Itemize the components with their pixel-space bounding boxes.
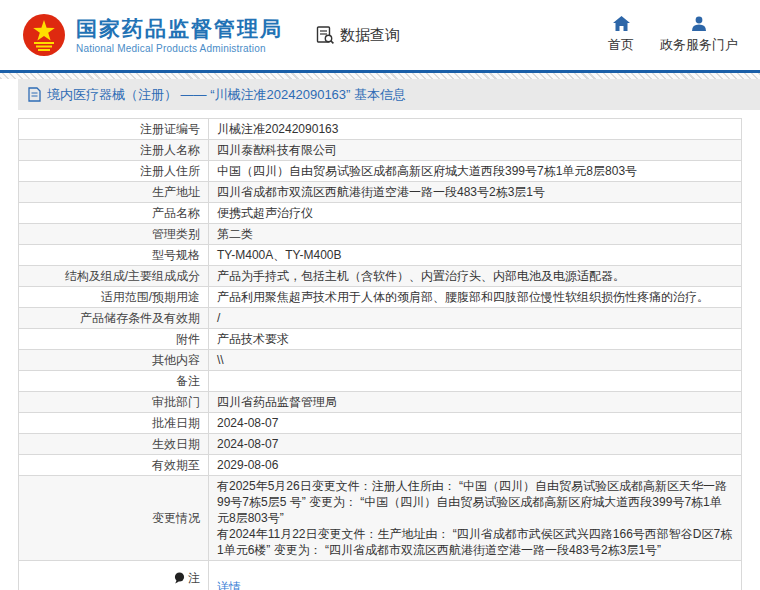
row-value: 第二类: [209, 224, 742, 245]
row-label: 产品储存条件及有效期: [19, 308, 209, 329]
row-value: 2024-08-07: [209, 434, 742, 455]
document-icon: [28, 87, 41, 102]
page-title: 境内医疗器械（注册） —— “川械注准20242090163” 基本信息: [47, 86, 406, 104]
table-row: 附件 产品技术要求: [19, 329, 742, 350]
table-row: 产品名称 便携式超声治疗仪: [19, 203, 742, 224]
row-label: 注册证编号: [19, 119, 209, 140]
row-label: 批准日期: [19, 413, 209, 434]
row-label: 结构及组成/主要组成成分: [19, 266, 209, 287]
row-value: 产品利用聚焦超声技术用于人体的颈肩部、腰腹部和四肢部位慢性软组织损伤性疼痛的治疗…: [209, 287, 742, 308]
national-emblem-icon: [22, 13, 66, 57]
data-query-menu[interactable]: 数据查询: [315, 25, 400, 45]
title-row: 境内医疗器械（注册） —— “川械注准20242090163” 基本信息: [0, 79, 760, 110]
table-row: 变更情况 有2025年5月26日变更文件：注册人住所由： “中国（四川）自由贸易…: [19, 476, 742, 561]
row-label: 产品名称: [19, 203, 209, 224]
table-row: 批准日期 2024-08-07: [19, 413, 742, 434]
row-label: 审批部门: [19, 392, 209, 413]
row-label: 生效日期: [19, 434, 209, 455]
table-row: 适用范围/预期用途 产品利用聚焦超声技术用于人体的颈肩部、腰腹部和四肢部位慢性软…: [19, 287, 742, 308]
home-icon: [613, 16, 630, 31]
row-label: 备注: [19, 371, 209, 392]
table-row: 有效期至 2029-08-06: [19, 455, 742, 476]
nav-portal[interactable]: 政务服务门户: [660, 16, 738, 54]
table-row: 生产地址 四川省成都市双流区西航港街道空港一路一段483号2栋3层1号: [19, 182, 742, 203]
document-magnifier-icon: [315, 25, 335, 45]
registration-info-panel: 注册证编号 川械注准20242090163 注册人名称 四川泰猷科技有限公司 注…: [0, 110, 760, 590]
brand-text: 国家药品监督管理局 National Medical Products Admi…: [76, 17, 283, 54]
row-label: 型号规格: [19, 245, 209, 266]
row-label: 适用范围/预期用途: [19, 287, 209, 308]
row-value: TY-M400A、TY-M400B: [209, 245, 742, 266]
row-value: 便携式超声治疗仪: [209, 203, 742, 224]
row-label: 管理类别: [19, 224, 209, 245]
table-row: 管理类别 第二类: [19, 224, 742, 245]
row-value: 四川泰猷科技有限公司: [209, 140, 742, 161]
row-label: 有效期至: [19, 455, 209, 476]
row-label: 附件: [19, 329, 209, 350]
row-label: 生产地址: [19, 182, 209, 203]
row-value: \\: [209, 350, 742, 371]
nmpa-logo[interactable]: 国家药品监督管理局 National Medical Products Admi…: [22, 13, 283, 57]
table-row: 结构及组成/主要组成成分 产品为手持式，包括主机（含软件）、内置治疗头、内部电池…: [19, 266, 742, 287]
note-row-label: 注: [188, 570, 200, 586]
table-row: 注册人名称 四川泰猷科技有限公司: [19, 140, 742, 161]
row-value: 四川省成都市双流区西航港街道空港一路一段483号2栋3层1号: [209, 182, 742, 203]
site-header: 国家药品监督管理局 National Medical Products Admi…: [0, 0, 760, 70]
header-nav: 首页 政务服务门户: [608, 16, 738, 54]
table-row: 生效日期 2024-08-07: [19, 434, 742, 455]
row-label: 注册人名称: [19, 140, 209, 161]
row-value: 有2025年5月26日变更文件：注册人住所由： “中国（四川）自由贸易试验区成都…: [209, 476, 742, 561]
row-value: 产品技术要求: [209, 329, 742, 350]
table-row: 产品储存条件及有效期 /: [19, 308, 742, 329]
nav-portal-label: 政务服务门户: [660, 36, 738, 54]
data-query-label: 数据查询: [340, 26, 400, 45]
org-name-en: National Medical Products Administration: [76, 43, 283, 54]
org-name-cn: 国家药品监督管理局: [76, 17, 283, 41]
table-row-note: 注 详情: [19, 561, 742, 590]
nav-home-label: 首页: [608, 36, 634, 54]
title-strip: 境内医疗器械（注册） —— “川械注准20242090163” 基本信息: [18, 79, 760, 110]
table-row: 注册证编号 川械注准20242090163: [19, 119, 742, 140]
row-value: 中国（四川）自由贸易试验区成都高新区府城大道西段399号7栋1单元8层803号: [209, 161, 742, 182]
row-value: 四川省药品监督管理局: [209, 392, 742, 413]
table-row: 注册人住所 中国（四川）自由贸易试验区成都高新区府城大道西段399号7栋1单元8…: [19, 161, 742, 182]
nav-home[interactable]: 首页: [608, 16, 634, 54]
row-value: 2024-08-07: [209, 413, 742, 434]
table-row: 备注: [19, 371, 742, 392]
table-row: 型号规格 TY-M400A、TY-M400B: [19, 245, 742, 266]
row-value: /: [209, 308, 742, 329]
table-row: 审批部门 四川省药品监督管理局: [19, 392, 742, 413]
registration-info-table: 注册证编号 川械注准20242090163 注册人名称 四川泰猷科技有限公司 注…: [18, 118, 742, 590]
note-bubble-icon: [174, 572, 185, 584]
note-detail-link[interactable]: 详情: [217, 580, 241, 590]
row-value: 2029-08-06: [209, 455, 742, 476]
row-label: 变更情况: [19, 476, 209, 561]
user-icon: [691, 16, 707, 31]
row-value: 产品为手持式，包括主机（含软件）、内置治疗头、内部电池及电源适配器。: [209, 266, 742, 287]
row-value: 川械注准20242090163: [209, 119, 742, 140]
row-label: 其他内容: [19, 350, 209, 371]
row-label: 注册人住所: [19, 161, 209, 182]
row-value: [209, 371, 742, 392]
table-row: 其他内容 \\: [19, 350, 742, 371]
